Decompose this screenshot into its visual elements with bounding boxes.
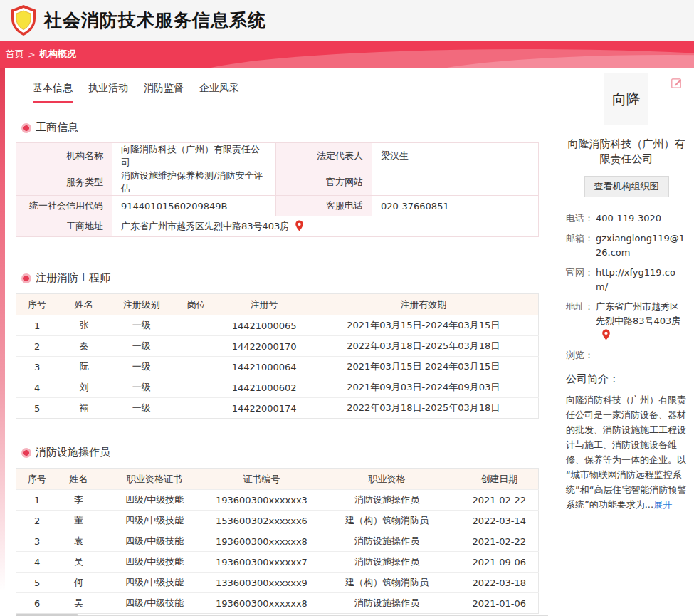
contact-row: 电话：400-119-3020 [566,212,687,226]
contact-value: 400-119-3020 [596,212,687,226]
column-header: 职业资格证书 [100,469,209,490]
expand-link[interactable]: 展开 [653,499,672,510]
tab-基本信息[interactable]: 基本信息 [33,76,73,103]
cell: 193600300xxxxxx8 [209,531,314,552]
cell: 阮 [58,357,110,377]
company-intro-text: 向隆消防科技（广州）有限责任公司是一家消防设备、器材的批发、消防设施施工工程设计… [566,392,687,512]
field-label: 机构名称 [16,143,112,169]
company-name: 向隆消防科技（广州）有限责任公司 [566,137,687,167]
column-header: 岗位 [173,294,220,315]
cell: 四级/中级技能 [100,511,209,531]
section-title-engineers: 注册消防工程师 [16,271,550,285]
cell: 6 [16,593,58,614]
contact-value: gzxianglong119@126.com [596,231,687,260]
contact-row: 地址：广东省广州市越秀区先烈中路83号403房 [566,300,687,343]
cell [173,357,220,377]
view-org-chart-button[interactable]: 查看机构组织图 [584,176,669,197]
engineer-row: 3阮一级144210000642021年03月15日-2024年03月15日 [16,357,539,377]
cell: 一级 [110,336,173,357]
contact-info-list: 电话：400-119-3020邮箱：gzxianglong119@126.com… [566,212,687,362]
contact-value: http://xfyg119.com/ [596,266,687,294]
cell: 2021-01-06 [460,593,538,614]
main-content: 基本信息执业活动消防监督企业风采 工商信息 机构名称向隆消防科技（广州）有限责任… [16,68,550,616]
tab-bar: 基本信息执业活动消防监督企业风采 [16,76,550,103]
cell: 一级 [110,377,173,398]
column-header: 证书编号 [209,469,314,490]
cell: 何 [58,573,100,593]
cell: 袁 [58,531,100,552]
field-label: 官方网站 [276,169,372,196]
cell: 李 [58,490,100,511]
field-value: 梁汉生 [372,143,539,169]
tab-消防监督[interactable]: 消防监督 [144,76,184,103]
cell: 133600300xxxxxx9 [209,573,314,593]
cell [173,377,220,398]
operator-row: 3袁四级/中级技能193600300xxxxxx8消防设施操作员2021-02-… [16,531,539,552]
page-title: 社会消防技术服务信息系统 [44,9,266,32]
field-value: 向隆消防科技（广州）有限责任公司 [112,143,276,169]
field-value-address: 广东省广州市越秀区先烈中路83号403房 [112,216,539,237]
contact-row: 官网：http://xfyg119.com/ [566,266,687,294]
cell: 一级 [110,315,173,336]
field-label: 服务类型 [16,169,112,196]
tab-企业风采[interactable]: 企业风采 [199,76,239,103]
cell: 2022年03月18日-2025年03月18日 [309,398,539,419]
cell: 建（构）筑物消防员 [314,511,461,531]
operator-row: 1李四级/中级技能193600300xxxxxx3消防设施操作员2021-02-… [16,490,539,511]
cell: 3 [16,357,58,377]
breadcrumb: 首页 > 机构概况 [0,41,694,68]
operator-row: 6吴四级/中级技能193600300xxxxxx8消防设施操作员2021-01-… [16,593,539,614]
field-value: 020-37660851 [372,196,539,216]
cell: 一级 [110,357,173,377]
fire-shield-logo-icon [9,4,38,36]
breadcrumb-home-link[interactable]: 首页 [6,48,24,61]
cell: 14422000174 [220,398,309,419]
cell: 153600302xxxxxx6 [209,511,314,531]
field-value: 消防设施维护保养检测/消防安全评估 [112,169,276,196]
section-title-business: 工商信息 [16,121,550,135]
edit-pencil-icon[interactable] [671,77,683,88]
contact-row: 浏览： [566,348,687,362]
cell: 14422000170 [220,336,309,357]
cell: 2022-03-18 [460,573,538,593]
operator-row: 4吴四级/中级技能193600300xxxxxx7消防设施操作员2021-09-… [16,552,539,573]
cell: 193600300xxxxxx8 [209,593,314,614]
column-header: 序号 [16,469,58,490]
column-header: 姓名 [58,294,110,315]
contact-value [596,348,687,362]
left-decorative-strip [0,68,5,591]
location-pin-icon[interactable] [601,329,611,340]
operators-table: 序号姓名职业资格证书证书编号职业资格创建日期 1李四级/中级技能19360030… [16,468,539,614]
location-pin-icon[interactable] [295,220,304,231]
cell: 2021-09-06 [460,552,538,573]
engineer-row: 5禤一级144220001742022年03月18日-2025年03月18日 [16,398,539,419]
engineer-row: 4刘一级144210006022021年09月03日-2024年09月03日 [16,377,539,398]
cell [173,336,220,357]
cell: 2021年03月15日-2024年03月15日 [309,357,539,377]
cell: 2022年03月18日-2025年03月18日 [309,336,539,357]
cell: 5 [16,573,58,593]
cell: 四级/中级技能 [100,531,209,552]
business-row: 服务类型消防设施维护保养检测/消防安全评估官方网站 [16,169,539,196]
cell: 2021年03月15日-2024年03月15日 [309,315,539,336]
cell: 3 [16,531,58,552]
tab-执业活动[interactable]: 执业活动 [88,76,128,103]
cell: 张 [58,315,110,336]
company-intro-title: 公司简介： [566,372,687,386]
cell: 刘 [58,377,110,398]
column-header: 注册有效期 [309,294,539,315]
field-label: 客服电话 [276,196,372,216]
contact-value: 广东省广州市越秀区先烈中路83号403房 [596,300,687,343]
breadcrumb-current: 机构概况 [39,48,76,61]
column-header: 创建日期 [460,469,538,490]
column-header: 注册级别 [110,294,173,315]
cell: 4 [16,377,58,398]
operator-row: 5何四级/中级技能133600300xxxxxx9建（构）筑物消防员2022-0… [16,573,539,593]
cell: 14421000065 [220,315,309,336]
column-header: 序号 [16,294,58,315]
cell: 四级/中级技能 [100,552,209,573]
company-logo-text: 向隆 [612,90,641,109]
engineers-table: 序号姓名注册级别岗位注册号注册有效期 1张一级144210000652021年0… [16,293,539,419]
operator-row: 2董四级/中级技能153600302xxxxxx6建（构）筑物消防员2022-0… [16,511,539,531]
cell: 四级/中级技能 [100,593,209,614]
